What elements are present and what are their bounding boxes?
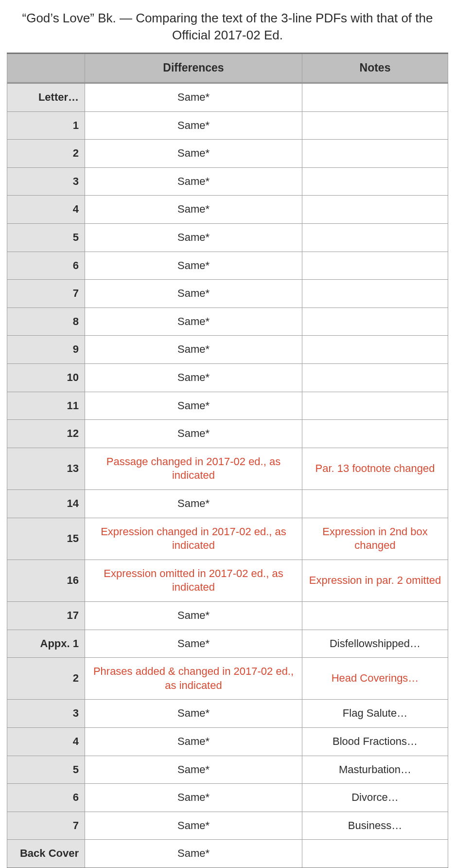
table-row: 2Phrases added & changed in 2017-02 ed.,…	[7, 658, 448, 700]
table-row: Letter…Same*	[7, 83, 448, 112]
table-row: 2Same*	[7, 140, 448, 168]
row-notes	[302, 392, 448, 420]
row-label: 16	[7, 560, 85, 601]
row-notes	[302, 140, 448, 168]
row-notes	[302, 280, 448, 308]
row-notes: Divorce…	[302, 784, 448, 812]
row-notes	[302, 307, 448, 336]
row-label: Back Cover	[7, 840, 85, 868]
row-notes: Expression in par. 2 omitted	[302, 560, 448, 601]
header-notes: Notes	[302, 54, 448, 83]
row-label: 15	[7, 518, 85, 560]
row-diff: Same*	[85, 280, 302, 308]
row-notes	[302, 364, 448, 392]
table-row: 5Same*	[7, 224, 448, 252]
row-label: 17	[7, 601, 85, 630]
row-diff: Expression changed in 2017-02 ed., as in…	[85, 518, 302, 560]
row-label: 1	[7, 111, 85, 140]
row-label: 4	[7, 196, 85, 224]
row-notes	[302, 224, 448, 252]
row-diff: Same*	[85, 364, 302, 392]
row-notes: Disfellowshipped…	[302, 630, 448, 658]
row-diff: Same*	[85, 83, 302, 112]
row-diff: Same*	[85, 167, 302, 196]
row-label: 3	[7, 700, 85, 728]
table-row: Back CoverSame*	[7, 840, 448, 868]
row-label: 9	[7, 336, 85, 364]
row-diff: Passage changed in 2017-02 ed., as indic…	[85, 448, 302, 489]
table-row: 9Same*	[7, 336, 448, 364]
row-diff: Phrases added & changed in 2017-02 ed., …	[85, 658, 302, 700]
table-row: Appx. 1Same*Disfellowshipped…	[7, 630, 448, 658]
row-notes	[302, 601, 448, 630]
row-label: 7	[7, 280, 85, 308]
row-label: 2	[7, 658, 85, 700]
row-notes	[302, 840, 448, 868]
row-diff: Same*	[85, 111, 302, 140]
row-label: 6	[7, 252, 85, 280]
row-diff: Same*	[85, 224, 302, 252]
row-notes	[302, 167, 448, 196]
table-row: 4Same*Blood Fractions…	[7, 727, 448, 756]
table-row: 7Same*	[7, 280, 448, 308]
row-notes: Blood Fractions…	[302, 727, 448, 756]
row-label: 12	[7, 420, 85, 448]
row-notes: Expression in 2nd box changed	[302, 518, 448, 560]
row-label: 14	[7, 489, 85, 518]
page-title: “God’s Love” Bk. — Comparing the text of…	[18, 10, 437, 44]
row-notes	[302, 83, 448, 112]
row-diff: Same*	[85, 392, 302, 420]
table-row: 17Same*	[7, 601, 448, 630]
row-diff: Same*	[85, 840, 302, 868]
row-notes	[302, 489, 448, 518]
row-diff: Expression omitted in 2017-02 ed., as in…	[85, 560, 302, 601]
table-row: 12Same*	[7, 420, 448, 448]
row-label: 7	[7, 812, 85, 840]
comparison-table: Differences Notes Letter…Same*1Same*2Sam…	[7, 53, 448, 868]
table-row: 3Same*Flag Salute…	[7, 700, 448, 728]
row-diff: Same*	[85, 307, 302, 336]
row-diff: Same*	[85, 140, 302, 168]
table-row: 3Same*	[7, 167, 448, 196]
row-label: 2	[7, 140, 85, 168]
row-label: 4	[7, 727, 85, 756]
header-differences: Differences	[85, 54, 302, 83]
row-diff: Same*	[85, 601, 302, 630]
table-row: 14Same*	[7, 489, 448, 518]
row-label: 8	[7, 307, 85, 336]
row-label: 5	[7, 756, 85, 784]
header-row: Differences Notes	[7, 54, 448, 83]
header-blank	[7, 54, 85, 83]
row-diff: Same*	[85, 727, 302, 756]
table-row: 1Same*	[7, 111, 448, 140]
row-notes	[302, 336, 448, 364]
table-row: 13Passage changed in 2017-02 ed., as ind…	[7, 448, 448, 489]
row-diff: Same*	[85, 196, 302, 224]
table-row: 7Same*Business…	[7, 812, 448, 840]
row-diff: Same*	[85, 252, 302, 280]
row-label: 5	[7, 224, 85, 252]
row-diff: Same*	[85, 784, 302, 812]
row-notes: Par. 13 footnote changed	[302, 448, 448, 489]
row-diff: Same*	[85, 812, 302, 840]
table-row: 5Same*Masturbation…	[7, 756, 448, 784]
row-label: Appx. 1	[7, 630, 85, 658]
table-row: 4Same*	[7, 196, 448, 224]
table-row: 6Same*	[7, 252, 448, 280]
table-row: 11Same*	[7, 392, 448, 420]
row-label: 13	[7, 448, 85, 489]
row-notes	[302, 420, 448, 448]
row-diff: Same*	[85, 489, 302, 518]
row-label: 3	[7, 167, 85, 196]
row-diff: Same*	[85, 756, 302, 784]
row-diff: Same*	[85, 630, 302, 658]
table-row: 8Same*	[7, 307, 448, 336]
table-row: 16Expression omitted in 2017-02 ed., as …	[7, 560, 448, 601]
table-row: 15Expression changed in 2017-02 ed., as …	[7, 518, 448, 560]
row-label: Letter…	[7, 83, 85, 112]
row-notes	[302, 111, 448, 140]
table-row: 6Same*Divorce…	[7, 784, 448, 812]
row-label: 11	[7, 392, 85, 420]
row-diff: Same*	[85, 420, 302, 448]
row-notes: Flag Salute…	[302, 700, 448, 728]
